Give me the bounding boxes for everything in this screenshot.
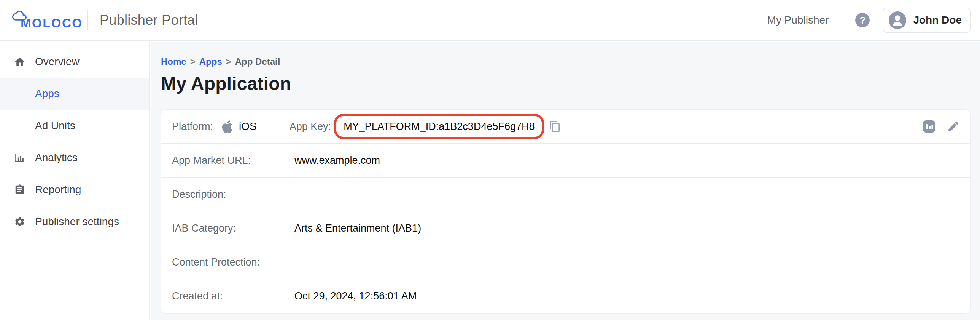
user-name: John Doe bbox=[913, 14, 962, 26]
sidebar-item-apps[interactable]: Apps bbox=[0, 78, 149, 110]
home-icon bbox=[14, 56, 25, 67]
analytics-icon bbox=[14, 152, 25, 163]
copy-icon[interactable] bbox=[549, 120, 562, 133]
sidebar-item-reporting[interactable]: Reporting bbox=[0, 174, 149, 206]
main-content: Home > Apps > App Detail My Application … bbox=[151, 42, 980, 320]
help-icon[interactable]: ? bbox=[855, 13, 870, 27]
user-menu-button[interactable]: John Doe bbox=[883, 8, 971, 33]
detail-row-iab-category: IAB Category: Arts & Entertainment (IAB1… bbox=[161, 211, 970, 245]
platform-value: iOS bbox=[239, 120, 257, 133]
sidebar-item-overview[interactable]: Overview bbox=[0, 46, 149, 78]
detail-row-label: Created at: bbox=[172, 290, 294, 302]
detail-row-label: Content Protection: bbox=[172, 256, 294, 268]
breadcrumb-current: App Detail bbox=[235, 56, 280, 67]
detail-row-value: Oct 29, 2024, 12:56:01 AM bbox=[294, 290, 417, 302]
detail-row-value: Arts & Entertainment (IAB1) bbox=[294, 222, 421, 234]
bar-chart-icon[interactable] bbox=[923, 120, 935, 133]
breadcrumb-apps-link[interactable]: Apps bbox=[199, 56, 222, 67]
detail-row-content-protection: Content Protection: bbox=[161, 245, 970, 279]
breadcrumb-separator: > bbox=[190, 56, 196, 67]
header-logo-divider bbox=[88, 10, 88, 30]
sidebar-item-label: Reporting bbox=[35, 184, 81, 196]
detail-row-app-market-url: App Market URL: www.example.com bbox=[161, 144, 970, 178]
question-mark-glyph: ? bbox=[860, 15, 865, 26]
sidebar-item-label: Apps bbox=[35, 88, 59, 100]
detail-row-value: www.example.com bbox=[294, 155, 380, 166]
detail-row-description: Description: bbox=[161, 178, 970, 211]
header-right-divider bbox=[842, 11, 842, 29]
portal-title: Publisher Portal bbox=[100, 12, 198, 28]
detail-row-label: IAB Category: bbox=[172, 222, 294, 234]
app-detail-card: Platform: iOS App Key: MY_PLATFORM_ID:a1… bbox=[161, 109, 971, 314]
sidebar-item-ad-units[interactable]: Ad Units bbox=[0, 110, 149, 142]
app-key-highlight-annotation: MY_PLATFORM_ID:a1B2c3D4e5F6g7H8 bbox=[334, 114, 544, 139]
settings-gear-icon bbox=[14, 216, 25, 227]
app-key-label: App Key: bbox=[290, 121, 331, 133]
brand-wordmark: MOLOCO bbox=[21, 17, 83, 29]
app-key-value: MY_PLATFORM_ID:a1B2c3D4e5F6g7H8 bbox=[344, 121, 535, 133]
sidebar-item-label: Ad Units bbox=[35, 120, 75, 132]
pencil-icon[interactable] bbox=[947, 120, 960, 133]
sidebar-item-label: Analytics bbox=[35, 152, 78, 164]
top-header: MOLOCO Publisher Portal My Publisher ? J… bbox=[0, 0, 980, 41]
detail-row-label: App Market URL: bbox=[172, 155, 294, 166]
moloco-logo[interactable]: MOLOCO bbox=[9, 8, 84, 32]
avatar bbox=[889, 11, 906, 29]
sidebar-item-label: Publisher settings bbox=[35, 216, 119, 228]
breadcrumb-home-link[interactable]: Home bbox=[161, 56, 186, 67]
platform-label: Platform: bbox=[172, 121, 221, 133]
sidebar-item-label: Overview bbox=[35, 56, 80, 68]
sidebar-nav: Overview Apps Ad Units Analytics Reporti… bbox=[0, 42, 150, 320]
sidebar-item-publisher-settings[interactable]: Publisher settings bbox=[0, 206, 149, 238]
sidebar-item-analytics[interactable]: Analytics bbox=[0, 142, 149, 174]
publisher-name-label: My Publisher bbox=[767, 14, 829, 26]
detail-row-label: Description: bbox=[172, 189, 294, 200]
reporting-icon bbox=[14, 184, 25, 195]
apple-icon bbox=[221, 120, 233, 134]
detail-row-created-at: Created at: Oct 29, 2024, 12:56:01 AM bbox=[161, 279, 970, 313]
breadcrumb: Home > Apps > App Detail bbox=[161, 56, 971, 67]
platform-row: Platform: iOS App Key: MY_PLATFORM_ID:a1… bbox=[161, 110, 970, 144]
page-title: My Application bbox=[161, 73, 971, 94]
breadcrumb-separator: > bbox=[226, 56, 231, 67]
